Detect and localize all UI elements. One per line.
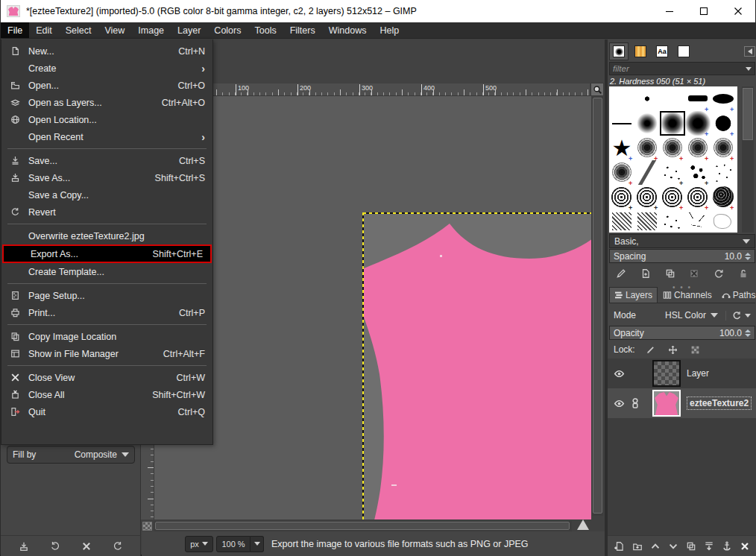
menu-item-quit[interactable]: QuitCtrl+Q xyxy=(1,403,212,420)
tab-channels[interactable]: Channels xyxy=(658,287,716,303)
merge-down-button[interactable] xyxy=(702,540,716,553)
document-history-tab[interactable] xyxy=(674,42,693,60)
layer-name[interactable]: Layer xyxy=(687,368,709,379)
fonts-tab[interactable]: Aa xyxy=(652,42,672,60)
menu-item-export-as[interactable]: Export As...Shift+Ctrl+E xyxy=(2,244,212,263)
navigation-preview-button[interactable] xyxy=(575,517,591,532)
opacity-slider[interactable]: Opacity 100.0 xyxy=(609,326,755,340)
lock-pixels-toggle[interactable] xyxy=(644,343,658,356)
zoom-follow-window-button[interactable] xyxy=(590,83,604,96)
mode-dropdown[interactable]: HSL Color xyxy=(665,310,718,320)
new-brush-button[interactable] xyxy=(639,267,652,280)
reset-presets-button[interactable] xyxy=(111,540,125,553)
layer-row-layer[interactable]: Layer xyxy=(608,358,756,388)
menu-item-save[interactable]: Save...Ctrl+S xyxy=(1,152,212,169)
layer-thumbnail[interactable] xyxy=(652,360,681,387)
menu-view[interactable]: View xyxy=(98,22,131,38)
open-brush-button[interactable] xyxy=(737,267,750,280)
brush-scrollbar-thumb[interactable] xyxy=(743,88,753,140)
spacing-slider[interactable]: Spacing 10.0 xyxy=(609,249,755,263)
spacing-spinner[interactable] xyxy=(745,253,751,260)
menu-layer[interactable]: Layer xyxy=(171,22,207,38)
brush-cell-specks[interactable] xyxy=(660,209,685,233)
menu-item-new[interactable]: New...Ctrl+N xyxy=(1,42,212,60)
brush-cell-soft-m[interactable] xyxy=(660,111,685,136)
menu-item-open-as-layers[interactable]: Open as Layers...Ctrl+Alt+O xyxy=(1,94,212,111)
menu-item-create-template[interactable]: Create Template... xyxy=(1,263,212,280)
brush-cell-none[interactable] xyxy=(660,86,685,111)
menu-edit[interactable]: Edit xyxy=(29,22,59,38)
refresh-brushes-button[interactable] xyxy=(712,267,725,280)
duplicate-layer-button[interactable] xyxy=(684,540,698,553)
minimize-button[interactable] xyxy=(652,0,687,22)
layer-name[interactable]: ezteeTexture2 xyxy=(687,397,752,410)
zoom-dropdown-button[interactable] xyxy=(251,536,264,552)
fill-by-dropdown[interactable]: Fill by Composite xyxy=(7,446,135,464)
maximize-button[interactable] xyxy=(687,0,721,22)
menu-item-close-all[interactable]: Close AllShift+Ctrl+W xyxy=(1,386,212,403)
menu-item-open-recent[interactable]: Open Recent› xyxy=(1,128,212,145)
horizontal-scrollbar[interactable] xyxy=(154,521,572,531)
delete-layer-button[interactable] xyxy=(738,540,752,553)
quick-mask-toggle[interactable] xyxy=(142,522,152,531)
menu-tools[interactable]: Tools xyxy=(248,22,283,38)
brushes-tab[interactable] xyxy=(609,42,629,60)
menu-item-open[interactable]: Open...Ctrl+O xyxy=(1,77,212,94)
menu-filters[interactable]: Filters xyxy=(283,22,322,38)
new-layer-button[interactable] xyxy=(613,540,626,553)
brush-filter-input[interactable] xyxy=(613,64,746,73)
restore-presets-button[interactable] xyxy=(48,540,62,553)
lower-layer-button[interactable] xyxy=(667,540,680,553)
anchor-layer-button[interactable] xyxy=(720,540,734,553)
delete-presets-button[interactable] xyxy=(80,540,93,553)
menu-windows[interactable]: Windows xyxy=(322,22,374,38)
save-presets-button[interactable] xyxy=(17,540,31,553)
tab-layers[interactable]: Layers xyxy=(609,287,658,303)
layer-row-ezteetexture2[interactable]: ezteeTexture2 xyxy=(608,388,756,418)
brush-grid[interactable]: ★+++++++++++++++++ xyxy=(609,86,737,233)
menu-item-save-a-copy[interactable]: Save a Copy... xyxy=(1,186,212,203)
menu-item-save-as[interactable]: Save As...Shift+Ctrl+S xyxy=(1,169,212,186)
menu-help[interactable]: Help xyxy=(373,22,406,38)
brush-cell-none[interactable] xyxy=(609,86,634,111)
brush-cell-sparse[interactable] xyxy=(711,160,736,185)
menu-item-copy-image-location[interactable]: Copy Image Location xyxy=(1,328,212,345)
brush-group-dropdown[interactable]: Basic, xyxy=(609,234,755,248)
tab-paths[interactable]: Paths xyxy=(717,287,756,303)
brush-cell-line[interactable] xyxy=(609,111,634,136)
layer-visibility-toggle[interactable] xyxy=(614,368,630,379)
horizontal-ruler[interactable]: 100200300400500 xyxy=(154,83,590,96)
brush-cell-dot[interactable] xyxy=(634,86,660,111)
menu-item-open-location[interactable]: Open Location... xyxy=(1,111,212,128)
image-area[interactable] xyxy=(363,213,591,519)
layer-link-toggle[interactable] xyxy=(630,398,646,408)
menu-item-create[interactable]: Create› xyxy=(1,60,212,77)
layer-thumbnail[interactable] xyxy=(652,390,681,417)
menu-colors[interactable]: Colors xyxy=(207,22,248,38)
menu-select[interactable]: Select xyxy=(59,22,98,38)
duplicate-brush-button[interactable] xyxy=(664,267,677,280)
horizontal-scrollbar-thumb[interactable] xyxy=(155,522,570,530)
close-button[interactable] xyxy=(721,0,755,22)
menu-item-overwrite-ezteetexture2-jpg[interactable]: Overwrite ezteeTexture2.jpg xyxy=(1,227,212,244)
brush-cell-sticks[interactable] xyxy=(685,209,711,233)
menu-item-revert[interactable]: Revert xyxy=(1,203,212,221)
menu-item-show-in-file-manager[interactable]: Show in File ManagerCtrl+Alt+F xyxy=(1,345,212,362)
brush-cell-sketch[interactable] xyxy=(711,209,736,233)
vertical-scrollbar-thumb[interactable] xyxy=(593,98,602,514)
brush-grid-scrollbar[interactable] xyxy=(742,86,754,233)
zoom-level-input[interactable]: 100 % xyxy=(216,536,251,552)
menu-item-page-setup[interactable]: Page Setup... xyxy=(1,287,212,304)
opacity-spinner[interactable] xyxy=(745,329,751,337)
mode-switch-group[interactable] xyxy=(725,311,751,320)
brush-cell-tex[interactable] xyxy=(634,209,660,233)
raise-layer-button[interactable] xyxy=(649,540,662,553)
lock-position-toggle[interactable] xyxy=(667,343,680,356)
menu-item-print[interactable]: Print...Ctrl+P xyxy=(1,304,212,321)
brush-cell-soft-s[interactable] xyxy=(634,111,660,136)
lock-alpha-toggle[interactable] xyxy=(689,343,702,356)
brush-cell-tex[interactable] xyxy=(609,209,634,233)
menu-file[interactable]: File xyxy=(1,22,29,38)
canvas-viewport[interactable] xyxy=(154,96,591,519)
edit-brush-button[interactable] xyxy=(614,267,628,280)
